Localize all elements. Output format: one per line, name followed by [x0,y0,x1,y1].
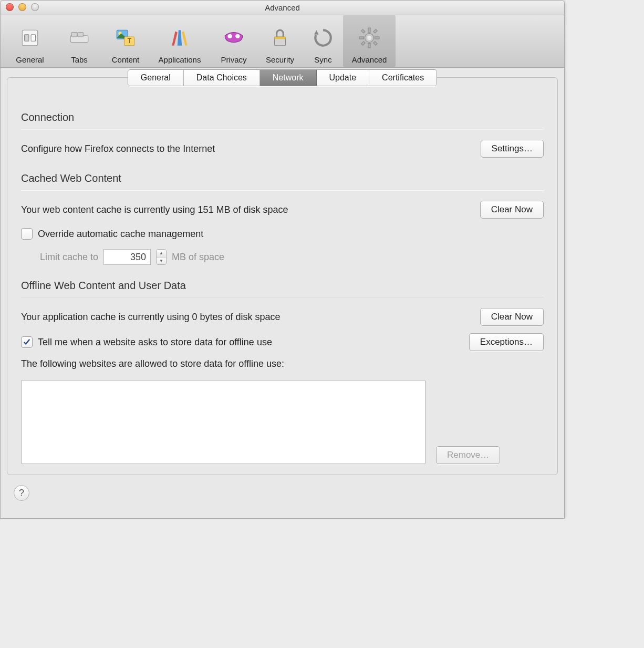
cache-usage-text: Your web content cache is currently usin… [21,204,288,215]
svg-rect-21 [359,37,363,39]
remove-button[interactable]: Remove… [436,446,500,464]
toolbar-item-tabs[interactable]: Tabs [56,15,102,67]
applications-icon [167,25,193,51]
preferences-window: Advanced General Tabs T Content Applicat… [0,0,565,519]
toolbar-label: Applications [159,55,201,64]
svg-rect-16 [275,37,286,39]
svg-marker-17 [314,30,318,34]
section-connection: Connection Configure how Firefox connect… [21,111,544,158]
stepper-down-icon: ▼ [157,258,166,265]
svg-rect-25 [373,29,377,33]
override-cache-label: Override automatic cache management [38,229,203,240]
toolbar-item-security[interactable]: Security [257,15,303,67]
content-area: General Data Choices Network Update Cert… [1,68,564,518]
toolbar-label: Content [112,55,140,64]
svg-rect-5 [78,33,84,37]
preferences-toolbar: General Tabs T Content Applications Priv… [1,15,564,68]
toolbar-item-sync[interactable]: Sync [303,15,343,67]
security-icon [267,25,293,51]
toolbar-label: Security [266,55,294,64]
close-window-button[interactable] [6,3,14,11]
subtab-network[interactable]: Network [260,70,317,86]
svg-rect-20 [368,44,370,48]
cache-limit-stepper[interactable]: ▲ ▼ [156,249,167,265]
offline-list-desc: The following websites are allowed to st… [21,358,284,369]
toolbar-item-applications[interactable]: Applications [149,15,211,67]
svg-rect-23 [361,29,365,33]
subtab-certificates[interactable]: Certificates [369,70,437,86]
section-offline-web-content: Offline Web Content and User Data Your a… [21,280,544,464]
svg-text:T: T [127,38,131,45]
toolbar-item-content[interactable]: T Content [102,15,149,67]
minimize-window-button[interactable] [18,3,26,11]
svg-rect-1 [25,35,29,42]
offline-clear-now-button[interactable]: Clear Now [480,308,544,326]
help-icon: ? [19,488,24,499]
limit-cache-prefix: Limit cache to [40,252,98,263]
content-icon: T [112,25,139,51]
subtab-data-choices[interactable]: Data Choices [184,70,260,86]
toolbar-item-privacy[interactable]: Privacy [211,15,257,67]
subtabs: General Data Choices Network Update Cert… [7,69,557,86]
toolbar-item-general[interactable]: General [4,15,56,67]
stepper-up-icon: ▲ [157,250,166,258]
gear-icon [356,25,382,51]
offline-usage-text: Your application cache is currently usin… [21,312,281,323]
svg-rect-19 [368,28,370,32]
section-title-offline: Offline Web Content and User Data [21,280,544,297]
override-cache-checkbox[interactable] [21,228,33,240]
section-title-cache: Cached Web Content [21,172,544,190]
titlebar: Advanced [1,1,564,15]
svg-marker-10 [172,31,178,45]
subtab-update[interactable]: Update [317,70,370,86]
cache-limit-input[interactable] [103,249,151,265]
advanced-pane: General Data Choices Network Update Cert… [7,77,558,475]
traffic-lights [6,3,39,11]
help-button[interactable]: ? [14,485,29,501]
connection-settings-button[interactable]: Settings… [481,140,544,158]
zoom-window-button[interactable] [31,3,39,11]
svg-point-27 [367,36,371,40]
toolbar-label: Sync [314,55,331,64]
subtab-general[interactable]: General [128,70,184,86]
svg-marker-12 [178,30,182,45]
tell-me-label: Tell me when a website asks to store dat… [38,337,272,348]
section-title-connection: Connection [21,111,544,129]
section-cached-web-content: Cached Web Content Your web content cach… [21,172,544,265]
cache-clear-now-button[interactable]: Clear Now [480,201,544,219]
toolbar-label: General [16,55,44,64]
tell-me-checkbox[interactable] [21,336,33,348]
connection-desc: Configure how Firefox connects to the In… [21,143,215,155]
offline-sites-listbox[interactable] [21,380,425,464]
svg-point-14 [235,34,240,38]
exceptions-button[interactable]: Exceptions… [469,333,544,351]
sync-icon [310,25,336,51]
general-icon [17,25,43,51]
svg-rect-2 [31,35,35,42]
limit-cache-suffix: MB of space [172,252,224,263]
toolbar-label: Advanced [352,55,387,64]
svg-marker-11 [182,31,188,45]
svg-rect-24 [373,42,377,45]
toolbar-label: Tabs [71,55,88,64]
window-title: Advanced [265,3,300,12]
toolbar-item-advanced[interactable]: Advanced [343,15,396,67]
svg-rect-4 [71,33,77,37]
tabs-icon [66,25,92,51]
svg-point-13 [227,34,232,38]
svg-rect-22 [375,37,379,39]
toolbar-label: Privacy [221,55,246,64]
privacy-icon [221,25,247,51]
svg-rect-26 [361,42,365,45]
